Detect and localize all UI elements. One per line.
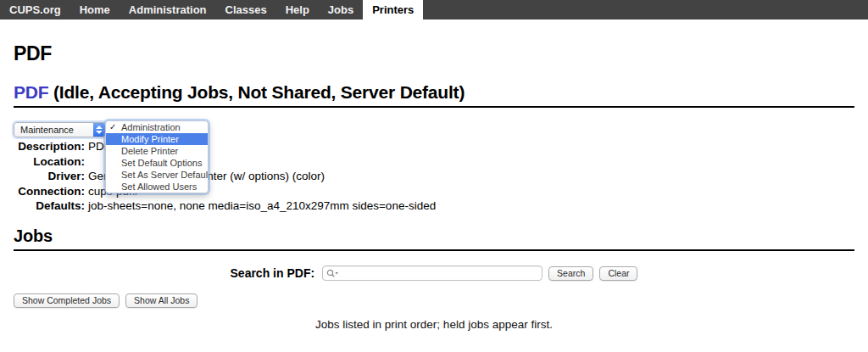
menu-item-label: Set As Server Default bbox=[121, 170, 209, 180]
printer-heading: PDF (Idle, Accepting Jobs, Not Shared, S… bbox=[14, 82, 854, 108]
menu-item-label: Set Allowed Users bbox=[121, 182, 197, 192]
menu-item-set-default-options[interactable]: Set Default Options bbox=[106, 157, 208, 169]
search-button[interactable]: Search bbox=[548, 266, 593, 281]
detail-row-description: Description: PDF bbox=[14, 139, 436, 154]
jobs-heading: Jobs bbox=[14, 226, 854, 251]
menu-item-label: Modify Printer bbox=[121, 134, 179, 144]
search-label: Search in PDF: bbox=[231, 266, 315, 280]
maintenance-select-value: Maintenance bbox=[14, 125, 93, 135]
search-magnifier-icon bbox=[326, 269, 339, 278]
nav-tab-classes[interactable]: Classes bbox=[216, 0, 276, 20]
select-stepper-icon bbox=[93, 123, 105, 137]
show-all-jobs-button[interactable]: Show All Jobs bbox=[125, 293, 198, 308]
nav-tab-cups-org[interactable]: CUPS.org bbox=[0, 0, 70, 20]
nav-tab-jobs[interactable]: Jobs bbox=[319, 0, 363, 20]
menu-item-delete-printer[interactable]: Delete Printer bbox=[106, 145, 208, 157]
detail-row-driver: Driver: Generic CUPS-PDF Printer (w/ opt… bbox=[14, 169, 436, 184]
detail-label: Defaults: bbox=[14, 199, 85, 212]
search-input[interactable] bbox=[342, 267, 538, 279]
detail-label: Description: bbox=[14, 140, 85, 153]
search-field[interactable] bbox=[322, 265, 542, 281]
printer-name-link[interactable]: PDF bbox=[14, 82, 48, 102]
check-icon: ✓ bbox=[109, 121, 116, 133]
detail-label: Driver: bbox=[14, 170, 85, 182]
detail-value: job-sheets=none, none media=iso_a4_210x2… bbox=[88, 199, 436, 212]
administration-dropdown-menu: ✓ Administration Modify Printer Delete P… bbox=[105, 120, 209, 193]
jobs-filter-buttons: Show Completed Jobs Show All Jobs bbox=[14, 293, 198, 308]
menu-item-modify-printer[interactable]: Modify Printer bbox=[106, 133, 208, 145]
menu-item-label: Set Default Options bbox=[121, 158, 202, 168]
jobs-search-row: Search in PDF: Search Clear bbox=[0, 265, 868, 281]
menu-item-set-allowed-users[interactable]: Set Allowed Users bbox=[106, 181, 208, 193]
printer-details: Description: PDF Location: Driver: Gener… bbox=[14, 139, 436, 214]
nav-tab-help[interactable]: Help bbox=[276, 0, 319, 20]
show-completed-jobs-button[interactable]: Show Completed Jobs bbox=[14, 293, 120, 308]
nav-tab-administration[interactable]: Administration bbox=[120, 0, 216, 20]
detail-label: Location: bbox=[14, 155, 85, 168]
menu-item-set-as-server-default[interactable]: Set As Server Default bbox=[106, 169, 208, 181]
detail-row-connection: Connection: cups-pdf:/ bbox=[14, 184, 436, 199]
maintenance-select[interactable]: Maintenance bbox=[14, 122, 106, 137]
menu-item-administration[interactable]: ✓ Administration bbox=[106, 121, 208, 133]
menu-item-label: Delete Printer bbox=[121, 146, 178, 156]
detail-row-location: Location: bbox=[14, 154, 436, 170]
detail-row-defaults: Defaults: job-sheets=none, none media=is… bbox=[14, 198, 436, 214]
clear-button[interactable]: Clear bbox=[599, 266, 637, 281]
menu-item-label: Administration bbox=[121, 122, 181, 132]
detail-label: Connection: bbox=[14, 185, 85, 198]
printer-status-text: (Idle, Accepting Jobs, Not Shared, Serve… bbox=[48, 82, 465, 102]
top-navbar: CUPS.org Home Administration Classes Hel… bbox=[0, 0, 868, 20]
nav-tab-printers[interactable]: Printers bbox=[363, 0, 423, 20]
nav-tab-home[interactable]: Home bbox=[70, 0, 120, 20]
jobs-order-note: Jobs listed in print order; held jobs ap… bbox=[0, 318, 868, 331]
page-title: PDF bbox=[14, 42, 52, 65]
